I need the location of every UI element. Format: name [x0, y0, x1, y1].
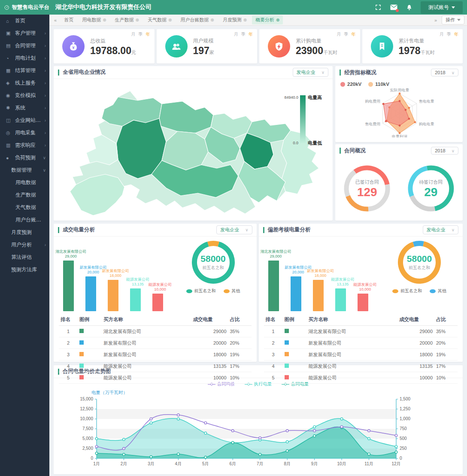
app-header: 智慧售电云平台 湖北华中电力科技开发有限责任公司 测试账号	[0, 0, 467, 15]
chevron-right-icon: ›	[45, 106, 46, 110]
legend-item-220kv[interactable]: 220kV	[340, 82, 361, 87]
cell-buyer-name: 新发展有限公司	[307, 337, 398, 349]
table-row[interactable]: 4能源发展公司1313517%	[59, 361, 252, 372]
donut-label: 待签订合同	[419, 179, 443, 185]
enterprise-type-dropdown[interactable]: 发电企业∨	[216, 225, 252, 234]
chevron-right-icon: ›	[45, 93, 46, 98]
tab-天气数据[interactable]: 天气数据⊗	[144, 15, 175, 24]
legend-item-110kv[interactable]: 110kV	[368, 82, 389, 87]
legend-dash	[245, 384, 247, 385]
filter-quarter[interactable]: 季	[241, 31, 246, 37]
tabs-scroll-left-icon[interactable]: «	[52, 18, 59, 23]
x-axis-label: 4月	[175, 461, 182, 466]
filter-quarter[interactable]: 季	[447, 31, 451, 37]
legend-item[interactable]: 前五名之和	[392, 288, 422, 294]
tab-首页[interactable]: 首页	[61, 15, 77, 24]
table-row[interactable]: 1湖北发展有限公司2900035%	[59, 326, 252, 337]
row-color-swatch	[79, 352, 84, 356]
mail-icon[interactable]	[390, 3, 397, 11]
table-row[interactable]: 2新发展有限公司2000020%	[59, 337, 252, 349]
sidebar-item-production-data[interactable]: 生产数据	[0, 189, 49, 201]
sidebar-item-power-plan[interactable]: ◔用电计划›	[0, 52, 49, 64]
table-row[interactable]: 5能源发展公司1000010%	[59, 372, 252, 384]
tabs-scroll-right-icon[interactable]: »	[432, 18, 439, 23]
sidebar-item-contract-mgmt[interactable]: ▤合同管理›	[0, 39, 49, 52]
sidebar-item-bidding-sim[interactable]: ◉竞价模拟›	[0, 89, 49, 102]
sidebar-item-demand-response[interactable]: ▥需求响应›	[0, 139, 49, 152]
tab-close-icon[interactable]: ⊗	[276, 18, 279, 22]
sidebar-item-data-mgmt[interactable]: 数据管理∨	[0, 164, 49, 176]
tab-close-icon[interactable]: ⊗	[168, 18, 172, 22]
filter-month[interactable]: 月	[234, 31, 238, 37]
fullscreen-icon[interactable]	[374, 3, 382, 11]
legend-item[interactable]: 其他	[430, 288, 446, 294]
sidebar-item-method-library[interactable]: 预测方法库	[0, 264, 49, 276]
tab-月度预测[interactable]: 月度预测⊗	[219, 15, 250, 24]
tab-actions-dropdown[interactable]: 操作	[442, 15, 464, 24]
account-menu-button[interactable]: 测试账号	[421, 1, 463, 14]
filter-month[interactable]: 月	[337, 31, 341, 37]
sidebar-item-home[interactable]: ⌂首页	[0, 15, 49, 27]
x-axis-label: 8月	[284, 461, 291, 466]
table-row[interactable]: 4能源发展公司1313517%	[264, 361, 458, 372]
tab-close-icon[interactable]: ⊗	[210, 18, 214, 22]
cell-rank: 4	[59, 361, 78, 372]
kpi-value: 19788.00	[90, 45, 131, 56]
cell-volume: 20000	[191, 337, 228, 349]
sidebar-item-power-collection[interactable]: ◎用电采集›	[0, 127, 49, 139]
filter-year[interactable]: 年	[146, 31, 150, 37]
table-row[interactable]: 5能源发展公司1000010%	[264, 372, 458, 384]
table-row[interactable]: 3新发展有限公司1800019%	[264, 349, 458, 361]
sidebar-item-weather-data[interactable]: 天气数据	[0, 201, 49, 214]
forecast-icon: ●	[6, 155, 12, 161]
year-dropdown[interactable]: 2018 ∨	[431, 147, 458, 155]
table-row[interactable]: 3新发展有限公司1800019%	[59, 349, 252, 361]
chevron-down-icon: ∨	[321, 70, 324, 75]
sidebar-item-website-setting[interactable]: ◫企业网站设置›	[0, 114, 49, 127]
legend-swatch	[392, 289, 398, 293]
donut-center: 已签订合同129	[342, 163, 392, 214]
table-row[interactable]: 1湖北发展有限公司2900035%	[264, 326, 458, 337]
legend-item[interactable]: 前五名之和	[186, 288, 216, 294]
bar-company-name: 湖北发展有限公司	[255, 249, 297, 254]
cell-volume: 29000	[191, 326, 228, 337]
filter-quarter[interactable]: 季	[344, 31, 349, 37]
tab-close-icon[interactable]: ⊗	[136, 18, 139, 22]
kpi-value: 197	[193, 45, 209, 56]
tab-概要分析[interactable]: 概要分析⊗	[252, 15, 283, 24]
sidebar-item-monthly-forecast[interactable]: 月度预测	[0, 226, 49, 239]
panel-title: 经营指标概况	[344, 69, 376, 76]
sidebar-item-account-data[interactable]: 用户台账数据	[0, 214, 49, 226]
filter-year[interactable]: 年	[454, 31, 458, 37]
filter-month[interactable]: 月	[440, 31, 444, 37]
chevron-down-icon: ∨	[245, 227, 248, 232]
filter-month[interactable]: 月	[131, 31, 136, 37]
sidebar-item-online-service[interactable]: ◈线上服务›	[0, 77, 49, 89]
sidebar-item-settlement-mgmt[interactable]: ▦结算管理›	[0, 64, 49, 77]
enterprise-type-dropdown[interactable]: 发电企业 ∨	[293, 68, 328, 77]
legend-label: 其他	[232, 288, 240, 294]
sidebar-item-system[interactable]: ✱系统›	[0, 102, 49, 114]
tab-close-icon[interactable]: ⊗	[243, 18, 247, 22]
enterprise-type-dropdown[interactable]: 发电企业∨	[423, 225, 458, 234]
sidebar-item-customer-mgmt[interactable]: ▣客户管理›	[0, 27, 49, 39]
tab-生产数据[interactable]: 生产数据⊗	[112, 15, 143, 24]
tab-用电数据[interactable]: 用电数据⊗	[79, 15, 109, 24]
filter-quarter[interactable]: 季	[139, 31, 143, 37]
sidebar-item-power-data[interactable]: 用电数据	[0, 176, 49, 189]
hubei-map-svg: 84940.0 电量高 0.0 电量低	[54, 79, 333, 227]
filter-year[interactable]: 年	[249, 31, 253, 37]
tab-用户台账数据[interactable]: 用户台账数据⊗	[177, 15, 217, 24]
sidebar-item-user-analysis[interactable]: 用户分析›	[0, 239, 49, 251]
bar-company-name: 能源发展公司	[139, 282, 181, 287]
sidebar-item-load-forecast[interactable]: ●负荷预测∨	[0, 152, 49, 164]
legend-item[interactable]: 其他	[224, 288, 240, 294]
year-dropdown[interactable]: 2018 ∨	[431, 69, 458, 76]
sidebar-item-label: 用电采集	[15, 129, 36, 136]
table-row[interactable]: 2新发展有限公司2000020%	[264, 337, 458, 349]
hubei-map[interactable]: 84940.0 电量高 0.0 电量低	[54, 79, 333, 221]
tab-close-icon[interactable]: ⊗	[103, 18, 106, 22]
bell-icon[interactable]	[405, 3, 413, 11]
filter-year[interactable]: 年	[352, 31, 356, 37]
sidebar-item-algorithm-eval[interactable]: 算法评估	[0, 251, 49, 264]
